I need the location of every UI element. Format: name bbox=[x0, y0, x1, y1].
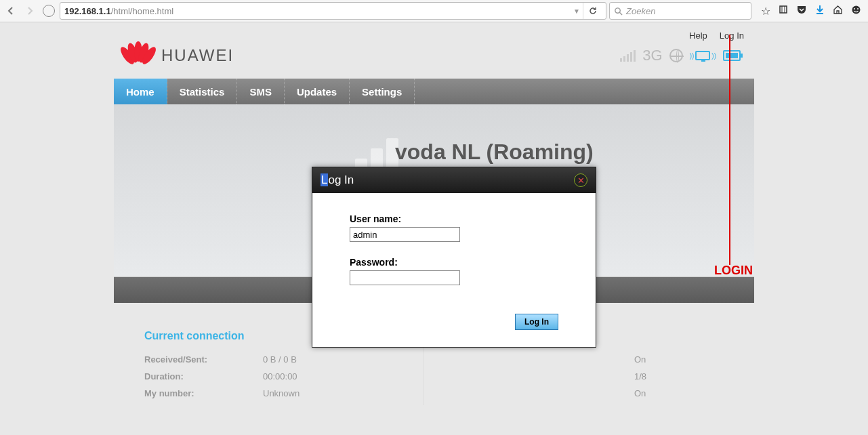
url-dropdown-icon[interactable]: ▼ bbox=[571, 7, 583, 15]
logo-text: HUAWEI bbox=[161, 46, 234, 65]
svg-point-7 bbox=[854, 8, 855, 9]
back-button[interactable] bbox=[3, 3, 19, 19]
globe-icon bbox=[669, 49, 683, 62]
help-link[interactable]: Help bbox=[689, 30, 707, 41]
main-nav: Home Statistics SMS Updates Settings bbox=[114, 79, 754, 104]
svg-rect-2 bbox=[780, 6, 787, 13]
stat-label: My number: bbox=[144, 388, 263, 398]
url-host: 192.168.1.1 bbox=[64, 6, 111, 16]
toolbar-icons: ☆ bbox=[754, 5, 865, 18]
search-bar[interactable]: Zoeken bbox=[609, 2, 751, 20]
stat-label: Received/Sent: bbox=[144, 354, 263, 365]
forward-button[interactable] bbox=[22, 3, 38, 19]
battery-icon bbox=[723, 50, 741, 61]
username-input[interactable] bbox=[350, 227, 460, 242]
stat-value: On bbox=[634, 354, 646, 365]
stat-value: 0 B / 0 B bbox=[263, 354, 297, 365]
svg-line-1 bbox=[619, 12, 622, 15]
svg-point-6 bbox=[852, 5, 861, 14]
site-identity-icon[interactable] bbox=[41, 3, 57, 19]
password-input[interactable] bbox=[350, 270, 460, 285]
nav-updates[interactable]: Updates bbox=[285, 79, 350, 104]
wifi-icon: )))) bbox=[690, 51, 716, 60]
nav-settings[interactable]: Settings bbox=[350, 79, 415, 104]
pocket-icon[interactable] bbox=[796, 5, 807, 17]
stat-value: Unknown bbox=[263, 388, 299, 398]
stat-row: Duration:00:00:00 bbox=[144, 371, 423, 381]
status-icons: 3G )))) bbox=[620, 47, 741, 64]
login-submit-button[interactable]: Log In bbox=[515, 314, 558, 330]
stat-label bbox=[445, 371, 634, 381]
top-links: Help Log In bbox=[689, 30, 744, 41]
url-bar[interactable]: 192.168.1.1/html/home.html ▼ bbox=[60, 2, 606, 20]
huawei-logo-icon bbox=[122, 43, 154, 68]
stat-row: On bbox=[445, 354, 724, 365]
modal-header: Log In ✕ bbox=[312, 167, 596, 193]
stat-row: Received/Sent:0 B / 0 B bbox=[144, 354, 423, 365]
home-icon[interactable] bbox=[833, 5, 843, 17]
signal-bars-icon bbox=[620, 49, 636, 62]
stat-label bbox=[445, 354, 634, 365]
stat-row: On bbox=[445, 388, 724, 398]
stat-label: Duration: bbox=[144, 371, 263, 381]
browser-toolbar: 192.168.1.1/html/home.html ▼ Zoeken ☆ bbox=[0, 0, 868, 22]
svg-point-8 bbox=[857, 8, 859, 9]
library-icon[interactable] bbox=[779, 5, 788, 17]
nav-statistics[interactable]: Statistics bbox=[167, 79, 238, 104]
nav-home[interactable]: Home bbox=[114, 79, 167, 104]
stat-value: 00:00:00 bbox=[263, 371, 297, 381]
bookmark-star-icon[interactable]: ☆ bbox=[761, 5, 770, 18]
stat-row: My number:Unknown bbox=[144, 388, 423, 398]
login-modal: Log In ✕ User name: Password: Log In bbox=[312, 167, 596, 348]
login-link[interactable]: Log In bbox=[720, 30, 744, 41]
logo: HUAWEI bbox=[122, 43, 234, 68]
smiley-icon[interactable] bbox=[851, 5, 861, 18]
header-row: HUAWEI 3G )))) bbox=[114, 22, 754, 79]
network-type: 3G bbox=[642, 47, 662, 64]
url-path: /html/home.html bbox=[111, 6, 173, 16]
stat-value: 1/8 bbox=[634, 371, 646, 381]
operator-title: voda NL (Roaming) bbox=[395, 140, 594, 165]
svg-point-0 bbox=[615, 7, 620, 12]
stat-row: 1/8 bbox=[445, 371, 724, 381]
search-icon bbox=[614, 7, 623, 16]
reload-button[interactable] bbox=[583, 3, 602, 19]
modal-close-button[interactable]: ✕ bbox=[574, 173, 587, 187]
stat-value: On bbox=[634, 388, 646, 398]
modal-footer: Log In bbox=[312, 314, 596, 347]
nav-sms[interactable]: SMS bbox=[237, 79, 285, 104]
stat-label bbox=[445, 388, 634, 398]
search-placeholder: Zoeken bbox=[626, 6, 655, 16]
annotation-line bbox=[729, 35, 730, 265]
modal-title: Log In bbox=[321, 173, 354, 187]
modal-body: User name: Password: bbox=[312, 193, 596, 314]
username-label: User name: bbox=[350, 213, 558, 224]
downloads-icon[interactable] bbox=[815, 5, 825, 17]
password-label: Password: bbox=[350, 257, 558, 268]
annotation-login-label: LOGIN bbox=[714, 264, 753, 278]
